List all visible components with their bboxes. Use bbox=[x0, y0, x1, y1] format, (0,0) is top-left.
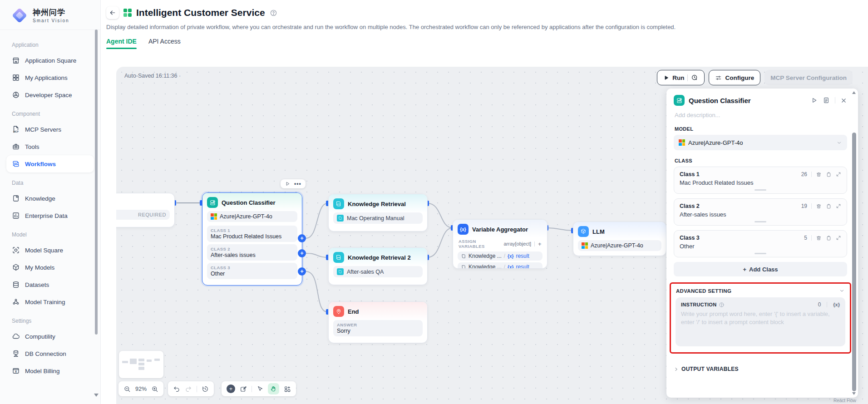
zoom-level[interactable]: 92% bbox=[135, 386, 147, 392]
tab-agent-ide[interactable]: Agent IDE bbox=[106, 38, 137, 49]
node-llm[interactable]: LLM Azure|Azure-GPT-4o bbox=[573, 222, 666, 256]
model-square-icon bbox=[12, 246, 20, 254]
delete-class-icon[interactable] bbox=[816, 235, 822, 241]
organize-layout-icon[interactable] bbox=[284, 385, 291, 393]
add-note-icon[interactable] bbox=[240, 385, 247, 393]
workflow-canvas[interactable]: Auto-Saved 16:11:36 · Run Configure MCP … bbox=[116, 67, 868, 404]
redo-icon[interactable] bbox=[185, 385, 192, 393]
sidebar-item-knowledge[interactable]: Knowledge bbox=[6, 190, 94, 207]
sidebar-item-label: Model Billing bbox=[25, 368, 60, 374]
char-count: 0 bbox=[818, 301, 821, 308]
run-history-icon[interactable] bbox=[691, 74, 698, 81]
sidebar-item-workflows[interactable]: Workflows bbox=[6, 155, 94, 172]
sidebar-item-datasets[interactable]: Datasets bbox=[6, 276, 94, 293]
drag-handle[interactable] bbox=[755, 253, 766, 254]
expand-class-icon[interactable] bbox=[836, 235, 841, 241]
run-button[interactable]: Run bbox=[657, 70, 705, 85]
description-placeholder[interactable]: Add description... bbox=[675, 112, 847, 118]
node-play-icon[interactable] bbox=[285, 181, 290, 187]
instruction-placeholder: Write your prompt word here, enter '{' t… bbox=[681, 310, 838, 326]
zoom-out-icon[interactable] bbox=[123, 385, 131, 393]
delete-class-icon[interactable] bbox=[816, 172, 822, 177]
node-knowledge-retrieval-2[interactable]: Knowledge Retrieval 2 After-sales QA bbox=[328, 247, 428, 285]
main-content: Intelligent Customer Service Display det… bbox=[101, 0, 868, 404]
node-knowledge-item: After-sales QA bbox=[333, 266, 423, 277]
instruction-editor[interactable]: INSTRUCTION 0 {x} Write your prompt word… bbox=[676, 297, 845, 346]
sidebar-item-developer-space[interactable]: Developer Space bbox=[6, 86, 94, 103]
class2-source-handle[interactable]: + bbox=[298, 249, 306, 257]
sidebar-item-model-billing[interactable]: ¥ Model Billing bbox=[6, 362, 94, 379]
app-root: 神州问学 Smart Vision Application Applicatio… bbox=[0, 0, 868, 404]
class-count: 26 bbox=[801, 171, 807, 177]
class-card-1[interactable]: Class 1 26 Mac Product Related Issues bbox=[674, 167, 847, 194]
variable-row: Knowledge ... / {x} result bbox=[458, 251, 542, 261]
panel-close-icon[interactable] bbox=[840, 97, 847, 104]
node-start-partial[interactable]: REQUIRED bbox=[116, 193, 175, 227]
node-more-icon[interactable]: ••• bbox=[294, 182, 301, 186]
version-history-icon[interactable] bbox=[202, 385, 209, 393]
sidebar-item-enterprise-data[interactable]: Enterprise Data bbox=[6, 207, 94, 224]
sidebar-item-application-square[interactable]: Application Square bbox=[6, 52, 94, 69]
sidebar-item-model-square[interactable]: Model Square bbox=[6, 241, 94, 259]
sidebar-item-label: Workflows bbox=[25, 161, 56, 168]
add-node-icon[interactable]: + bbox=[227, 384, 235, 393]
insert-variable-icon[interactable]: {x} bbox=[833, 302, 840, 307]
back-button[interactable] bbox=[106, 6, 119, 19]
panel-scrollbar[interactable] bbox=[852, 133, 856, 391]
node-knowledge-retrieval[interactable]: Knowledge Retrieval Mac Operating Manual bbox=[328, 194, 428, 232]
panel-scroll-up-icon[interactable] bbox=[852, 91, 856, 94]
panel-scroll-down-icon[interactable] bbox=[852, 392, 856, 395]
sidebar-item-my-models[interactable]: My Models bbox=[6, 259, 94, 276]
history-controls bbox=[168, 381, 214, 396]
copy-class-icon[interactable] bbox=[826, 203, 832, 209]
copy-class-icon[interactable] bbox=[826, 172, 832, 177]
node-question-classifier[interactable]: Question Classifier Azure|Azure-GPT-4o C… bbox=[202, 192, 302, 286]
sidebar-item-tools[interactable]: Tools bbox=[6, 138, 94, 155]
advanced-setting-highlight: ADVANCED SETTING INSTRUCTION 0 {x} Write… bbox=[670, 282, 851, 354]
copy-class-icon[interactable] bbox=[826, 235, 832, 241]
molecule-icon bbox=[12, 298, 20, 306]
add-variable-icon[interactable]: + bbox=[538, 241, 542, 247]
sidebar-scroll-down-icon[interactable] bbox=[94, 394, 99, 397]
class1-source-handle[interactable]: + bbox=[298, 234, 306, 242]
class-card-2[interactable]: Class 2 19 After-sales issues bbox=[674, 198, 847, 226]
class-card-3[interactable]: Class 3 5 Other bbox=[674, 230, 847, 257]
class3-source-handle[interactable]: + bbox=[298, 267, 306, 276]
sidebar-item-mcp-servers[interactable]: MCP MCP Servers bbox=[6, 121, 94, 138]
expand-class-icon[interactable] bbox=[836, 172, 841, 177]
undo-icon[interactable] bbox=[173, 385, 180, 393]
expand-class-icon[interactable] bbox=[836, 203, 841, 209]
node-end[interactable]: End ANSWER Sorry bbox=[328, 301, 428, 343]
sidebar-item-model-training[interactable]: Model Training bbox=[6, 293, 94, 310]
panel-run-icon[interactable] bbox=[810, 97, 818, 104]
mcp-server-configuration-button[interactable]: MCP Server Configuration bbox=[764, 70, 853, 85]
drag-handle[interactable] bbox=[755, 221, 766, 222]
sidebar-item-computility[interactable]: Computility bbox=[6, 328, 94, 345]
pointer-tool-icon[interactable] bbox=[256, 385, 263, 392]
configure-button[interactable]: Configure bbox=[709, 70, 760, 85]
book-mini-icon bbox=[461, 254, 466, 259]
help-icon[interactable] bbox=[270, 9, 277, 17]
sidebar-item-my-applications[interactable]: My Applications bbox=[6, 69, 94, 86]
cube-icon bbox=[12, 263, 20, 271]
book-icon bbox=[12, 194, 20, 202]
advanced-setting-header[interactable]: ADVANCED SETTING bbox=[676, 287, 845, 297]
knowledge-retrieval-icon bbox=[333, 252, 344, 263]
hand-tool-icon[interactable] bbox=[268, 383, 279, 394]
output-variables-toggle[interactable]: OUTPUT VARIABLES bbox=[674, 366, 847, 372]
variable-aggregator-icon: {x} bbox=[458, 224, 469, 235]
sidebar-item-db-connection[interactable]: DB Connection bbox=[6, 345, 94, 362]
delete-class-icon[interactable] bbox=[816, 203, 822, 209]
model-select[interactable]: Azure|Azure-GPT-4o bbox=[674, 135, 847, 150]
tab-api-access[interactable]: API Access bbox=[148, 38, 181, 49]
minimap[interactable] bbox=[119, 351, 163, 378]
panel-save-icon[interactable] bbox=[823, 97, 830, 104]
drag-handle[interactable] bbox=[755, 189, 766, 191]
node-variable-aggregator[interactable]: {x} Variable Aggregator ASSIGN VARIABLES… bbox=[453, 219, 547, 269]
brand-logo: 神州问学 Smart Vision bbox=[0, 0, 100, 30]
zoom-in-icon[interactable] bbox=[151, 385, 158, 393]
zoom-controls: 92% bbox=[118, 381, 163, 396]
add-class-button[interactable]: + Add Class bbox=[674, 262, 847, 276]
sidebar-scrollbar[interactable] bbox=[95, 30, 98, 335]
question-classifier-icon bbox=[674, 95, 685, 106]
